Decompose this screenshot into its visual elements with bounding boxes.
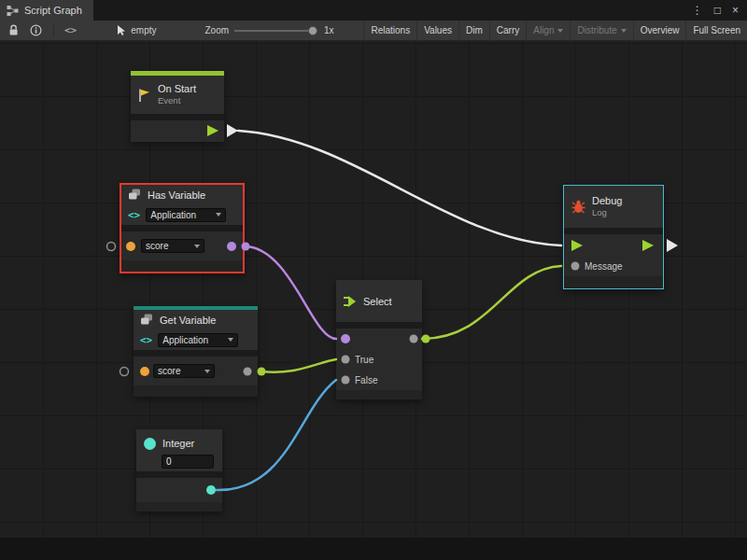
flag-icon [137,88,152,103]
variables-icon [128,189,142,201]
script-graph-window: Script Graph ⋮ □ × <> empty Zoom 1x [0,0,747,560]
node-title: On Start [158,83,196,95]
node-subtitle: Event [158,95,196,105]
node-get-variable[interactable]: Get Variable <> Application score [134,306,258,397]
node-debug-log[interactable]: Debug Log Message [563,185,664,289]
variables-icon [140,314,154,326]
toolbar-buttons: Relations Values Dim Carry Align Distrib… [363,21,747,41]
variable-scope-dropdown[interactable]: Application [146,208,226,222]
code-view-icon[interactable]: <> [64,24,77,36]
tab-title: Script Graph [24,5,82,16]
node-subtitle: Log [592,207,622,217]
variable-name-value: score [146,241,168,251]
scope-value: Application [150,210,196,220]
node-title: Integer [162,438,194,449]
bottom-panel [0,538,747,560]
node-integer[interactable]: Integer [136,429,222,511]
chevron-down-icon [621,29,627,33]
message-port-label: Message [585,261,623,272]
selection-status: empty [131,25,156,35]
values-button[interactable]: Values [416,21,458,41]
chevron-down-icon [204,370,210,373]
variable-name-dropdown[interactable]: score [141,239,204,253]
full-screen-button[interactable]: Full Screen [685,21,747,41]
relations-button[interactable]: Relations [363,21,416,41]
close-icon[interactable]: × [732,4,739,17]
chevron-down-icon [194,245,200,248]
bug-icon [571,199,586,215]
integer-literal-icon [143,437,157,451]
window-controls: ⋮ □ × [692,4,747,17]
variable-scope-dropdown[interactable]: Application [158,333,238,347]
zoom-value: 1x [324,25,334,35]
node-title: Has Variable [148,189,205,201]
chevron-down-icon [557,29,563,33]
align-button[interactable]: Align [526,21,570,41]
tab-script-graph[interactable]: Script Graph [0,0,93,21]
select-icon [343,294,358,309]
carry-button[interactable]: Carry [489,21,526,41]
variable-name-value: score [158,366,180,376]
false-port-label: False [355,375,377,385]
selection-cursor-icon [118,25,127,36]
code-icon: <> [140,334,152,346]
info-icon[interactable] [30,24,42,36]
title-bar: Script Graph ⋮ □ × [0,0,747,21]
node-on-start[interactable]: On Start Event [131,71,224,142]
dim-button[interactable]: Dim [458,21,489,41]
zoom-label: Zoom [204,25,229,35]
chevron-down-icon [216,213,221,217]
code-icon: <> [128,209,140,221]
zoom-slider[interactable] [234,30,315,32]
integer-value-input[interactable] [162,455,214,469]
zoom-slider-knob[interactable] [308,26,317,35]
graph-icon [7,5,19,17]
node-select[interactable]: Select True False [336,280,422,399]
menu-icon[interactable]: ⋮ [692,4,703,17]
node-has-variable[interactable]: Has Variable <> Application score [120,183,245,273]
node-title: Select [363,296,392,307]
chevron-down-icon [228,338,233,342]
variable-name-dropdown[interactable]: score [153,364,215,378]
true-port-label: True [355,355,374,365]
node-title: Debug [592,195,622,207]
distribute-button[interactable]: Distribute [570,21,632,41]
graph-toolbar: <> empty Zoom 1x Relations Values Dim Ca… [0,21,747,41]
maximize-icon[interactable]: □ [714,4,721,17]
overview-button[interactable]: Overview [633,21,686,41]
toolbar-separator [53,24,54,37]
node-title: Get Variable [160,315,216,326]
scope-value: Application [162,335,208,345]
lock-icon[interactable] [8,24,19,36]
